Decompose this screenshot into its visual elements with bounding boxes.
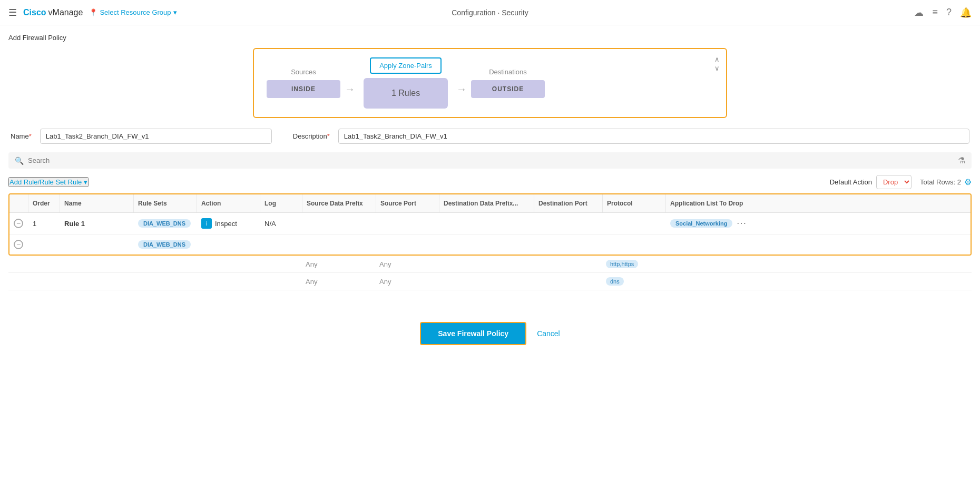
row-src-prefix-1 [302,218,376,229]
chevron-down-icon: ∨ [714,64,720,72]
sub2-dest-port [533,277,602,286]
default-action-select[interactable]: Drop Pass [876,175,912,189]
col-dest-prefix: Destination Data Prefix... [439,194,534,212]
help-icon[interactable]: ? [946,7,952,18]
row-name-1: Rule 1 [60,214,134,233]
row-action-2 [197,239,260,250]
sources-section: Sources INSIDE [267,68,340,98]
rules-toolbar: Add Rule/Rule Set Rule ▾ Default Action … [8,175,972,189]
col-log: Log [260,194,302,212]
table-header: Order Name Rule Sets Action Log Source D… [9,194,971,213]
destination-zone-box: OUTSIDE [471,80,545,98]
row-dest-port-2 [534,239,603,250]
settings-icon[interactable]: ⚙ [964,177,972,187]
row-dest-prefix-1 [439,218,534,229]
menu-icon[interactable]: ≡ [932,7,938,18]
hamburger-icon[interactable]: ☰ [8,7,17,18]
sub2-empty-1 [8,277,27,286]
sub2-dest-prefix [438,277,533,286]
resource-group-selector[interactable]: 📍 Select Resource Group ▾ [89,8,177,16]
row-protocol-1 [603,218,666,229]
apply-zone-pairs-section: Apply Zone-Pairs 1 Rules [364,57,448,109]
protocol-badge-dns: dns [606,277,624,286]
sub2-src-port-any: Any [375,273,438,290]
chevron-down-icon: ▾ [84,178,87,186]
sub-data-rows: Any Any http,https Any Any dns [8,256,972,290]
inspect-label: Inspect [215,220,237,228]
search-bar: 🔍 ⚗ [8,152,972,169]
description-label: Description* [293,132,330,140]
col-name: Name [60,194,134,212]
table-row: − DIA_WEB_DNS [9,234,971,255]
sub2-empty-2 [27,277,59,286]
source-zone-box: INSIDE [267,80,340,98]
sub-app-list-1 [665,260,972,268]
row-dest-prefix-2 [439,239,534,250]
sub2-app-list [665,277,972,286]
sub2-empty-3 [59,277,133,286]
brand: Cisco vManage [23,8,83,17]
sub-src-prefix-any-1: Any [301,256,375,272]
row-src-port-1 [376,218,439,229]
filter-icon[interactable]: ⚗ [958,155,965,165]
sub-empty-4 [133,260,196,268]
chevron-down-icon: ▾ [173,8,177,16]
col-action: Action [197,194,260,212]
row-expand-1[interactable]: − [9,213,28,233]
row-src-port-2 [376,239,439,250]
sub-empty-2 [27,260,59,268]
row-protocol-2 [603,239,666,250]
sub-empty-3 [59,260,133,268]
col-source-prefix: Source Data Prefix [302,194,376,212]
total-rows-count: Total Rows: 2 ⚙ [920,177,972,187]
zone-diagram: Sources INSIDE → Apply Zone-Pairs 1 Rule… [253,48,727,118]
more-options-button[interactable]: ··· [737,219,747,228]
col-dest-port: Destination Port [534,194,603,212]
row-expand-2[interactable]: − [9,234,28,255]
add-rule-label: Add Rule/Rule Set Rule [9,178,82,186]
resource-group-label: Select Resource Group [100,8,171,16]
default-action-label: Default Action [830,178,872,186]
row-log-2 [260,239,302,250]
page-header-title: Configuration · Security [452,8,528,17]
row-rulesets-1: DIA_WEB_DNS [134,214,197,233]
name-label: Name* [11,132,32,140]
search-input[interactable] [28,157,954,164]
save-firewall-policy-button[interactable]: Save Firewall Policy [420,322,526,345]
protocol-badge-https: http,https [606,260,638,268]
sub-src-port-any-1: Any [375,256,438,272]
col-source-port: Source Port [376,194,439,212]
sub-empty-1 [8,260,27,268]
source-arrow: → [345,83,355,95]
add-rule-button[interactable]: Add Rule/Rule Set Rule ▾ [8,177,89,187]
policy-form: Name* Description* [8,129,972,144]
app-list-badge: Social_Networking [670,219,732,228]
row-order-1: 1 [28,214,60,233]
sub-row-1: Any Any http,https [8,256,972,273]
chevron-up-icon: ∧ [714,55,720,63]
sub2-empty-5 [196,277,259,286]
name-input[interactable] [40,129,272,144]
ruleset-badge-2: DIA_WEB_DNS [138,240,191,249]
sub-row-2: Any Any dns [8,273,972,290]
ruleset-badge-1: DIA_WEB_DNS [138,219,191,228]
apply-zone-pairs-button[interactable]: Apply Zone-Pairs [370,57,442,74]
row-order-2 [28,239,60,250]
cancel-button[interactable]: Cancel [537,329,560,338]
cloud-icon[interactable]: ☁ [914,7,924,18]
nav-left: ☰ Cisco vManage 📍 Select Resource Group … [8,7,177,18]
search-icon: 🔍 [15,157,24,165]
bell-icon[interactable]: 🔔 [960,7,972,18]
sources-label: Sources [291,68,316,76]
row-log-1: N/A [260,214,302,233]
action-inspect: i Inspect [201,218,256,229]
sub2-src-prefix-any: Any [301,273,375,290]
description-input[interactable] [338,129,969,144]
sub2-protocol: dns [602,273,665,290]
row-dest-port-1 [534,218,603,229]
dest-arrow: → [456,83,467,95]
collapse-row-icon[interactable]: − [14,240,23,249]
row-app-list-1: Social_Networking ··· [666,213,971,233]
collapse-row-icon[interactable]: − [14,219,23,228]
collapse-button[interactable]: ∧ ∨ [714,55,720,72]
